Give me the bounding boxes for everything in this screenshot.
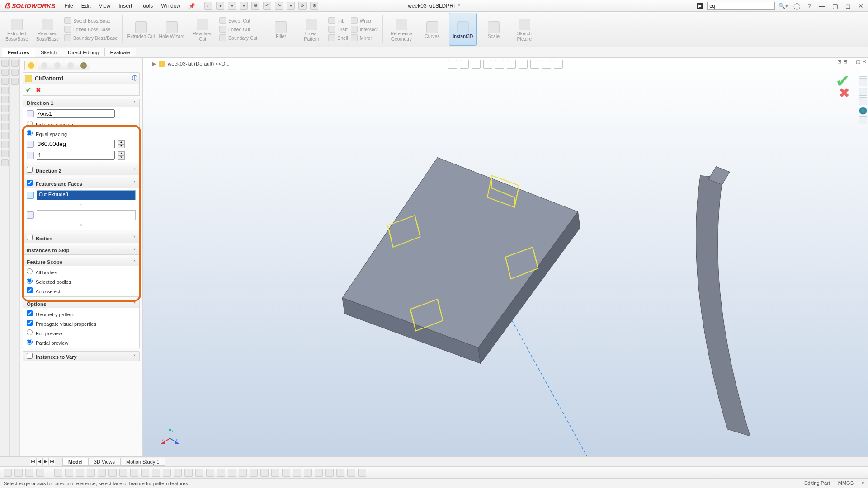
rib-fillet[interactable]: Fillet [267,13,295,46]
vbar-icon[interactable] [1,123,9,130]
bot-icon[interactable] [358,469,366,477]
chevron-up-icon[interactable]: ˄ [133,181,136,186]
vbar-icon[interactable] [1,150,9,157]
menu-file[interactable]: File [64,3,73,9]
rib-hole-wizard[interactable]: Hole Wizard [158,13,186,46]
help-icon[interactable]: ? [806,2,813,9]
rib-lofted-boss[interactable]: Lofted Boss/Base [64,26,118,33]
bot-icon[interactable] [250,469,258,477]
bot-icon[interactable] [54,469,62,477]
bot-icon[interactable] [304,469,312,477]
bot-icon[interactable] [163,469,171,477]
vbar-icon[interactable] [1,114,9,121]
rib-mirror[interactable]: Mirror [351,34,378,41]
rib-intersect[interactable]: Intersect [351,26,378,33]
vbar-icon[interactable] [1,132,9,139]
bot-icon[interactable] [293,469,301,477]
rib-shell[interactable]: Shell [328,34,348,41]
vbar-icon[interactable] [1,159,9,166]
bot-icon[interactable] [130,469,138,477]
spin-down[interactable]: ▼ [118,155,125,160]
bot-icon[interactable] [239,469,247,477]
graphics-viewport[interactable]: ▶ week03-kit (Default) <<D... ⊡ ⊟ — ▢ ✕ … [143,58,868,456]
bot-icon[interactable] [184,469,193,477]
spin-down[interactable]: ▼ [118,144,125,148]
radio-selected-bodies[interactable]: Selected bodies [27,278,136,285]
rib-sketch-picture[interactable]: Sketch Picture [510,13,538,46]
tab-model[interactable]: Model [62,458,89,466]
qat-rebuild-icon[interactable]: ⟳ [298,2,307,10]
spin-up[interactable]: ▲ [118,140,125,144]
vbar-icon[interactable] [1,141,9,148]
panel-tab-appearance-icon[interactable] [77,61,90,70]
vbar-icon[interactable] [1,87,9,94]
orientation-triad[interactable]: y x z [161,427,179,446]
tab-nav-first-icon[interactable]: ⏮ [30,458,36,465]
bot-icon[interactable] [315,469,323,477]
check-dir2[interactable]: Direction 2 [27,167,61,174]
vbar-icon[interactable] [1,78,9,85]
qat-new-icon[interactable]: ▾ [216,2,224,10]
tab-nav-next-icon[interactable]: ▶ [42,458,49,465]
rib-wrap[interactable]: Wrap [351,17,378,24]
axis-field[interactable] [37,109,115,118]
bot-icon[interactable] [174,469,182,477]
check-bodies[interactable]: Bodies [27,235,52,241]
menu-insert[interactable]: Insert [118,3,132,9]
qat-save-icon[interactable]: ▾ [240,2,248,10]
radio-instance-spacing[interactable]: Instance spacing [27,121,136,127]
rib-scale[interactable]: Scale [480,13,508,46]
tab-nav-last-icon[interactable]: ⏭ [49,458,55,465]
rib-revolved-cut[interactable]: Revolved Cut [189,13,217,46]
pm-cancel-button[interactable]: ✖ [36,86,41,94]
bot-icon[interactable] [25,469,33,477]
bot-icon[interactable] [217,469,225,477]
bot-icon[interactable] [98,469,106,477]
tab-motion-study[interactable]: Motion Study 1 [120,458,165,466]
vbar-icon[interactable] [11,78,19,85]
rib-swept-boss[interactable]: Swept Boss/Base [64,17,118,24]
tab-nav-prev-icon[interactable]: ◀ [36,458,42,465]
minimize-icon[interactable]: — [817,2,827,9]
qat-print-icon[interactable]: 🖶 [251,2,259,10]
rib-boundary-cut[interactable]: Boundary Cut [219,34,257,41]
menu-pin-icon[interactable]: 📌 [189,3,195,9]
vbar-icon[interactable] [1,60,9,67]
bot-icon[interactable] [260,469,269,477]
vbar-icon[interactable] [11,60,19,67]
bot-icon[interactable] [195,469,203,477]
bot-icon[interactable] [326,469,334,477]
rib-ref-geometry[interactable]: Reference Geometry [387,13,415,46]
check-features[interactable]: Features and Faces [27,180,82,187]
bot-icon[interactable] [141,469,149,477]
status-units[interactable]: MMGS [838,480,854,486]
bot-icon[interactable] [87,469,95,477]
user-icon[interactable]: ◯ [792,2,802,9]
rib-curves[interactable]: Curves [418,13,446,46]
bot-icon[interactable] [36,469,44,477]
face-selection[interactable] [37,210,136,220]
rib-swept-cut[interactable]: Swept Cut [219,17,257,24]
qat-options-icon[interactable]: ⚙ [310,2,318,10]
bot-icon[interactable] [14,469,23,477]
rib-revolved-boss[interactable]: Revolved Boss/Base [33,13,61,46]
radio-all-bodies[interactable]: All bodies [27,268,136,275]
vbar-icon[interactable] [1,69,9,76]
qat-home-icon[interactable]: ⌂ [204,2,212,10]
feature-selection[interactable]: Cut-Extrude3 [37,190,136,200]
rib-instant3d[interactable]: Instant3D [449,13,477,46]
chevron-up-icon[interactable]: ˄ [133,101,136,106]
bot-icon[interactable] [65,469,73,477]
radio-full-preview[interactable]: Full preview [27,329,136,336]
check-auto-select[interactable]: Auto-select [27,287,136,294]
vbar-icon[interactable] [11,69,19,76]
qat-open-icon[interactable]: ▾ [228,2,236,10]
pm-ok-button[interactable]: ✔ [26,86,31,94]
chevron-down-icon[interactable]: ˅ [133,354,136,359]
rib-lofted-cut[interactable]: Lofted Cut [219,26,257,33]
tab-features[interactable]: Features [2,48,35,57]
bot-icon[interactable] [282,469,290,477]
chevron-up-icon[interactable]: ˄ [133,260,136,265]
pm-help-icon[interactable]: ⓘ [132,75,137,82]
menu-edit[interactable]: Edit [81,3,91,9]
